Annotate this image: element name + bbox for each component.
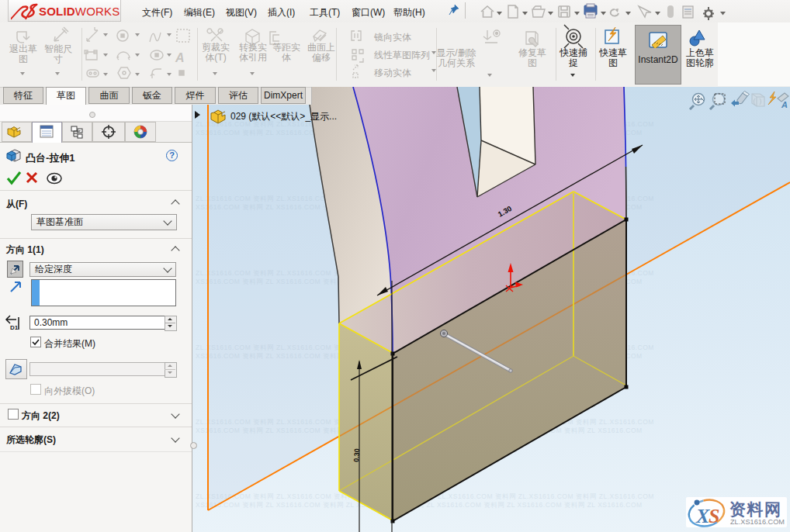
svg-text:S: S [709,505,719,527]
svg-text:A: A [175,51,185,64]
svg-text:资料网: 资料网 [729,500,781,518]
svg-text:ZL.XS1616.COM: ZL.XS1616.COM [730,518,785,526]
svg-text:0.30: 0.30 [352,448,361,462]
svg-text:029 (默认<<默认>_显示...: 029 (默认<<默认>_显示... [230,111,337,122]
svg-text:D1: D1 [10,324,19,331]
svg-text:A: A [781,100,788,109]
